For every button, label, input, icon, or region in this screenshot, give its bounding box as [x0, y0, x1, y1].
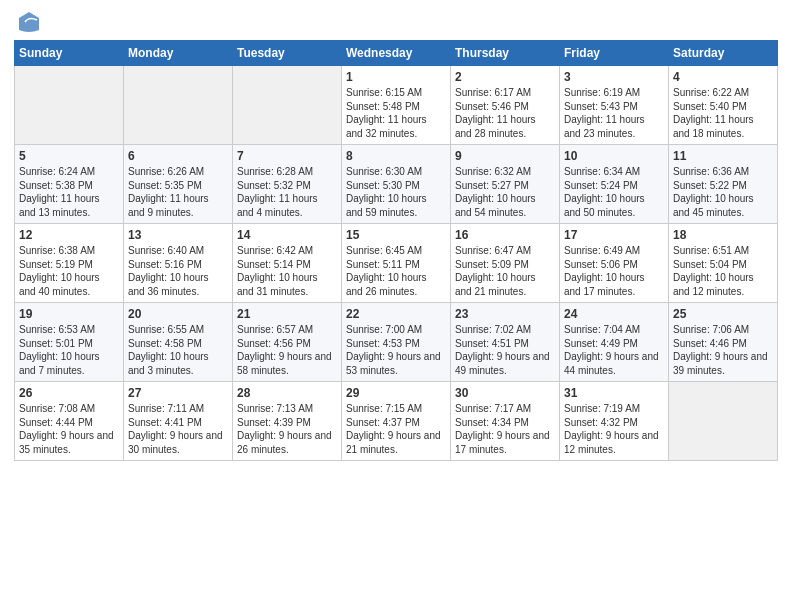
- cell-content: Sunrise: 7:02 AMSunset: 4:51 PMDaylight:…: [455, 323, 555, 377]
- cell-content: Sunrise: 7:00 AMSunset: 4:53 PMDaylight:…: [346, 323, 446, 377]
- day-number: 22: [346, 307, 446, 321]
- cell-content: Sunrise: 6:17 AMSunset: 5:46 PMDaylight:…: [455, 86, 555, 140]
- day-number: 3: [564, 70, 664, 84]
- day-number: 18: [673, 228, 773, 242]
- calendar-week-row: 19Sunrise: 6:53 AMSunset: 5:01 PMDayligh…: [15, 303, 778, 382]
- calendar-cell: 2Sunrise: 6:17 AMSunset: 5:46 PMDaylight…: [451, 66, 560, 145]
- cell-content: Sunrise: 6:28 AMSunset: 5:32 PMDaylight:…: [237, 165, 337, 219]
- calendar-cell: 29Sunrise: 7:15 AMSunset: 4:37 PMDayligh…: [342, 382, 451, 461]
- weekday-header: Thursday: [451, 41, 560, 66]
- cell-content: Sunrise: 6:32 AMSunset: 5:27 PMDaylight:…: [455, 165, 555, 219]
- weekday-header-row: SundayMondayTuesdayWednesdayThursdayFrid…: [15, 41, 778, 66]
- cell-content: Sunrise: 6:26 AMSunset: 5:35 PMDaylight:…: [128, 165, 228, 219]
- cell-content: Sunrise: 6:40 AMSunset: 5:16 PMDaylight:…: [128, 244, 228, 298]
- day-number: 16: [455, 228, 555, 242]
- calendar-cell: 24Sunrise: 7:04 AMSunset: 4:49 PMDayligh…: [560, 303, 669, 382]
- day-number: 12: [19, 228, 119, 242]
- calendar-cell: 19Sunrise: 6:53 AMSunset: 5:01 PMDayligh…: [15, 303, 124, 382]
- cell-content: Sunrise: 6:24 AMSunset: 5:38 PMDaylight:…: [19, 165, 119, 219]
- calendar-cell: 14Sunrise: 6:42 AMSunset: 5:14 PMDayligh…: [233, 224, 342, 303]
- calendar-cell: 15Sunrise: 6:45 AMSunset: 5:11 PMDayligh…: [342, 224, 451, 303]
- day-number: 5: [19, 149, 119, 163]
- calendar-cell: 22Sunrise: 7:00 AMSunset: 4:53 PMDayligh…: [342, 303, 451, 382]
- cell-content: Sunrise: 6:30 AMSunset: 5:30 PMDaylight:…: [346, 165, 446, 219]
- cell-content: Sunrise: 6:19 AMSunset: 5:43 PMDaylight:…: [564, 86, 664, 140]
- cell-content: Sunrise: 6:49 AMSunset: 5:06 PMDaylight:…: [564, 244, 664, 298]
- day-number: 21: [237, 307, 337, 321]
- cell-content: Sunrise: 6:55 AMSunset: 4:58 PMDaylight:…: [128, 323, 228, 377]
- cell-content: Sunrise: 6:22 AMSunset: 5:40 PMDaylight:…: [673, 86, 773, 140]
- day-number: 27: [128, 386, 228, 400]
- calendar-cell: 17Sunrise: 6:49 AMSunset: 5:06 PMDayligh…: [560, 224, 669, 303]
- calendar-table: SundayMondayTuesdayWednesdayThursdayFrid…: [14, 40, 778, 461]
- cell-content: Sunrise: 6:47 AMSunset: 5:09 PMDaylight:…: [455, 244, 555, 298]
- calendar-cell: 1Sunrise: 6:15 AMSunset: 5:48 PMDaylight…: [342, 66, 451, 145]
- day-number: 30: [455, 386, 555, 400]
- calendar-cell: 16Sunrise: 6:47 AMSunset: 5:09 PMDayligh…: [451, 224, 560, 303]
- cell-content: Sunrise: 6:53 AMSunset: 5:01 PMDaylight:…: [19, 323, 119, 377]
- calendar-cell: 20Sunrise: 6:55 AMSunset: 4:58 PMDayligh…: [124, 303, 233, 382]
- weekday-header: Wednesday: [342, 41, 451, 66]
- day-number: 1: [346, 70, 446, 84]
- weekday-header: Friday: [560, 41, 669, 66]
- logo: [14, 10, 41, 34]
- calendar-cell: 18Sunrise: 6:51 AMSunset: 5:04 PMDayligh…: [669, 224, 778, 303]
- cell-content: Sunrise: 6:57 AMSunset: 4:56 PMDaylight:…: [237, 323, 337, 377]
- calendar-cell: [233, 66, 342, 145]
- cell-content: Sunrise: 7:04 AMSunset: 4:49 PMDaylight:…: [564, 323, 664, 377]
- cell-content: Sunrise: 7:17 AMSunset: 4:34 PMDaylight:…: [455, 402, 555, 456]
- calendar-week-row: 1Sunrise: 6:15 AMSunset: 5:48 PMDaylight…: [15, 66, 778, 145]
- day-number: 29: [346, 386, 446, 400]
- calendar-cell: 23Sunrise: 7:02 AMSunset: 4:51 PMDayligh…: [451, 303, 560, 382]
- cell-content: Sunrise: 6:36 AMSunset: 5:22 PMDaylight:…: [673, 165, 773, 219]
- cell-content: Sunrise: 7:06 AMSunset: 4:46 PMDaylight:…: [673, 323, 773, 377]
- calendar-cell: 4Sunrise: 6:22 AMSunset: 5:40 PMDaylight…: [669, 66, 778, 145]
- cell-content: Sunrise: 6:42 AMSunset: 5:14 PMDaylight:…: [237, 244, 337, 298]
- calendar-cell: 31Sunrise: 7:19 AMSunset: 4:32 PMDayligh…: [560, 382, 669, 461]
- calendar-page: SundayMondayTuesdayWednesdayThursdayFrid…: [0, 0, 792, 612]
- cell-content: Sunrise: 6:34 AMSunset: 5:24 PMDaylight:…: [564, 165, 664, 219]
- cell-content: Sunrise: 7:08 AMSunset: 4:44 PMDaylight:…: [19, 402, 119, 456]
- calendar-cell: 3Sunrise: 6:19 AMSunset: 5:43 PMDaylight…: [560, 66, 669, 145]
- day-number: 19: [19, 307, 119, 321]
- calendar-cell: 25Sunrise: 7:06 AMSunset: 4:46 PMDayligh…: [669, 303, 778, 382]
- calendar-cell: 26Sunrise: 7:08 AMSunset: 4:44 PMDayligh…: [15, 382, 124, 461]
- calendar-cell: [124, 66, 233, 145]
- calendar-body: 1Sunrise: 6:15 AMSunset: 5:48 PMDaylight…: [15, 66, 778, 461]
- calendar-cell: 7Sunrise: 6:28 AMSunset: 5:32 PMDaylight…: [233, 145, 342, 224]
- day-number: 26: [19, 386, 119, 400]
- calendar-cell: [669, 382, 778, 461]
- day-number: 8: [346, 149, 446, 163]
- day-number: 15: [346, 228, 446, 242]
- calendar-cell: [15, 66, 124, 145]
- calendar-cell: 21Sunrise: 6:57 AMSunset: 4:56 PMDayligh…: [233, 303, 342, 382]
- calendar-cell: 10Sunrise: 6:34 AMSunset: 5:24 PMDayligh…: [560, 145, 669, 224]
- day-number: 13: [128, 228, 228, 242]
- cell-content: Sunrise: 6:45 AMSunset: 5:11 PMDaylight:…: [346, 244, 446, 298]
- logo-icon: [17, 10, 41, 34]
- day-number: 2: [455, 70, 555, 84]
- calendar-cell: 12Sunrise: 6:38 AMSunset: 5:19 PMDayligh…: [15, 224, 124, 303]
- calendar-cell: 6Sunrise: 6:26 AMSunset: 5:35 PMDaylight…: [124, 145, 233, 224]
- day-number: 11: [673, 149, 773, 163]
- day-number: 25: [673, 307, 773, 321]
- cell-content: Sunrise: 6:38 AMSunset: 5:19 PMDaylight:…: [19, 244, 119, 298]
- calendar-week-row: 5Sunrise: 6:24 AMSunset: 5:38 PMDaylight…: [15, 145, 778, 224]
- calendar-cell: 8Sunrise: 6:30 AMSunset: 5:30 PMDaylight…: [342, 145, 451, 224]
- cell-content: Sunrise: 7:13 AMSunset: 4:39 PMDaylight:…: [237, 402, 337, 456]
- calendar-cell: 11Sunrise: 6:36 AMSunset: 5:22 PMDayligh…: [669, 145, 778, 224]
- day-number: 31: [564, 386, 664, 400]
- day-number: 7: [237, 149, 337, 163]
- cell-content: Sunrise: 6:51 AMSunset: 5:04 PMDaylight:…: [673, 244, 773, 298]
- day-number: 14: [237, 228, 337, 242]
- day-number: 24: [564, 307, 664, 321]
- day-number: 6: [128, 149, 228, 163]
- cell-content: Sunrise: 7:11 AMSunset: 4:41 PMDaylight:…: [128, 402, 228, 456]
- cell-content: Sunrise: 7:19 AMSunset: 4:32 PMDaylight:…: [564, 402, 664, 456]
- day-number: 28: [237, 386, 337, 400]
- calendar-cell: 30Sunrise: 7:17 AMSunset: 4:34 PMDayligh…: [451, 382, 560, 461]
- day-number: 20: [128, 307, 228, 321]
- weekday-header: Monday: [124, 41, 233, 66]
- day-number: 23: [455, 307, 555, 321]
- calendar-week-row: 12Sunrise: 6:38 AMSunset: 5:19 PMDayligh…: [15, 224, 778, 303]
